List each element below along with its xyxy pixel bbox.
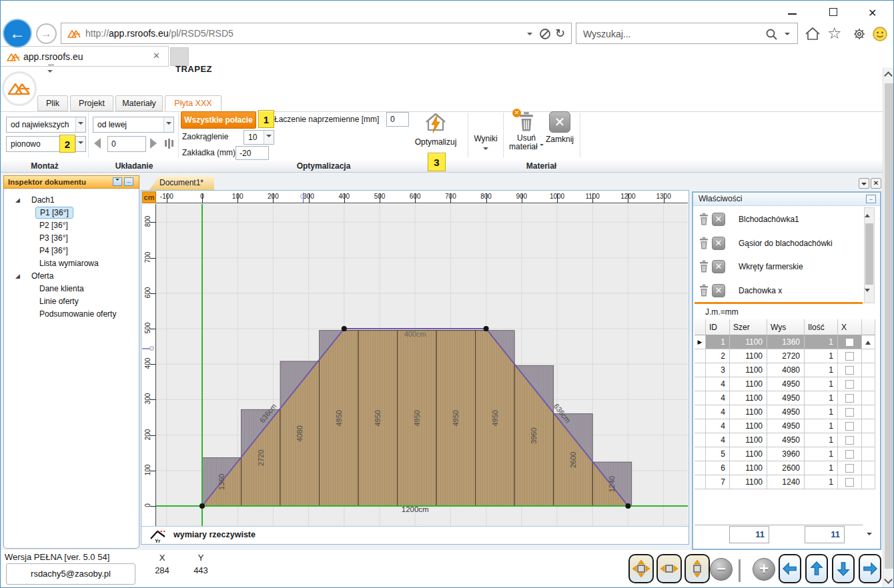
- sort-order-combo[interactable]: od najwiekszych: [6, 117, 86, 133]
- table-row-header[interactable]: [695, 391, 706, 405]
- document-close-button[interactable]: ✕: [871, 178, 881, 189]
- pan-up-button[interactable]: [805, 554, 828, 583]
- back-button[interactable]: ←: [3, 19, 32, 48]
- table-cell[interactable]: 1: [805, 419, 838, 433]
- table-row-header[interactable]: [695, 363, 706, 377]
- table-cell[interactable]: 4: [706, 405, 730, 419]
- tree-item-p2-36-[interactable]: P2 [36°]: [5, 219, 134, 231]
- properties-minimize-button[interactable]: –: [866, 195, 876, 203]
- pan-left-button[interactable]: [779, 554, 801, 583]
- count-box-1[interactable]: 11: [729, 526, 769, 543]
- properties-header[interactable]: Właściwości: [693, 193, 880, 206]
- table-cell[interactable]: 1100: [730, 349, 767, 363]
- table-row-header[interactable]: [695, 461, 706, 475]
- new-tab-button[interactable]: [170, 47, 189, 66]
- ribbon-tab-plik[interactable]: Plik: [37, 95, 68, 111]
- account-box[interactable]: rsdachy5@zasoby.pl: [6, 563, 135, 585]
- row-checkbox[interactable]: [845, 394, 854, 403]
- row-checkbox[interactable]: [845, 422, 854, 431]
- search-icon[interactable]: [765, 28, 778, 41]
- table-cell[interactable]: 1: [805, 447, 838, 461]
- results-button[interactable]: Wyniki: [469, 134, 502, 155]
- tab-close-icon[interactable]: ✕: [153, 51, 160, 61]
- fit-all-button[interactable]: [628, 554, 654, 583]
- table-cell[interactable]: 4950: [767, 405, 805, 419]
- table-cell[interactable]: 1: [805, 461, 838, 475]
- table-row-header[interactable]: [695, 475, 706, 489]
- material-remove-x-button[interactable]: ✕: [712, 260, 725, 273]
- table-cell[interactable]: 4: [706, 433, 730, 447]
- table-cell[interactable]: 1: [805, 405, 838, 419]
- material-delete-button[interactable]: [697, 260, 711, 273]
- table-cell[interactable]: 1: [805, 349, 838, 363]
- table-cell-checkbox[interactable]: [838, 433, 862, 447]
- table-cell[interactable]: 7: [706, 475, 730, 489]
- table-header-ilość[interactable]: Ilość: [805, 319, 838, 335]
- row-checkbox[interactable]: [845, 380, 854, 389]
- all-slopes-button[interactable]: Wszystkie połacie: [181, 111, 256, 129]
- maximize-button[interactable]: [829, 8, 840, 19]
- tree-item-oferta[interactable]: ◢Oferta: [5, 269, 134, 282]
- table-row-header[interactable]: [695, 433, 706, 447]
- table-cell[interactable]: 4950: [767, 391, 805, 405]
- table-cell[interactable]: 1240: [767, 475, 805, 489]
- table-row-header[interactable]: [695, 419, 706, 433]
- settings-gear-icon[interactable]: [851, 25, 868, 43]
- quick-access-caret-icon[interactable]: [47, 65, 55, 71]
- refresh-icon[interactable]: ↻: [555, 26, 565, 41]
- table-cell-checkbox[interactable]: [838, 391, 862, 405]
- fit-height-button[interactable]: [685, 554, 710, 583]
- fit-width-button[interactable]: [656, 554, 682, 583]
- smiley-icon[interactable]: [872, 26, 888, 42]
- row-checkbox[interactable]: [845, 338, 854, 347]
- url-bar[interactable]: http://app.rsroofs.eu/pl/RSD5/RSD5 ↻: [61, 23, 572, 44]
- table-cell[interactable]: 1100: [730, 405, 767, 419]
- table-cell[interactable]: 1: [805, 433, 838, 447]
- shift-right-icon[interactable]: [150, 138, 157, 149]
- table-cell-checkbox[interactable]: [838, 461, 862, 475]
- browser-tab[interactable]: app.rsroofs.eu ✕: [1, 46, 169, 67]
- table-cell[interactable]: 4950: [767, 419, 805, 433]
- table-cell[interactable]: 6: [706, 461, 730, 475]
- tree-item-dane-klienta[interactable]: Dane klienta: [5, 282, 134, 295]
- table-cell[interactable]: 1100: [730, 433, 767, 447]
- table-cell[interactable]: 1: [805, 391, 838, 405]
- zoom-in-button[interactable]: +: [753, 558, 775, 581]
- rounding-combo[interactable]: 10: [244, 130, 274, 145]
- row-checkbox[interactable]: [845, 450, 854, 459]
- forward-button[interactable]: →: [36, 23, 57, 44]
- table-row-header[interactable]: [695, 349, 706, 363]
- document-menu-button[interactable]: [859, 178, 869, 189]
- table-cell-checkbox[interactable]: [838, 377, 862, 391]
- url-dropdown-icon[interactable]: [527, 33, 532, 38]
- material-delete-button[interactable]: [697, 237, 711, 250]
- table-cell-checkbox[interactable]: [838, 419, 862, 433]
- table-header-x[interactable]: X: [838, 319, 862, 335]
- tree-expander-icon[interactable]: ◢: [15, 197, 20, 203]
- material-remove-x-button[interactable]: ✕: [712, 284, 725, 297]
- search-dropdown-icon[interactable]: [785, 33, 790, 38]
- table-cell-checkbox[interactable]: [838, 447, 862, 461]
- table-cell[interactable]: 3960: [767, 447, 805, 461]
- table-cell[interactable]: 3: [706, 363, 730, 377]
- from-side-combo[interactable]: od lewej: [93, 117, 174, 133]
- table-cell[interactable]: 4: [706, 377, 730, 391]
- table-cell[interactable]: 2: [706, 349, 730, 363]
- table-cell[interactable]: 1: [805, 335, 838, 349]
- ribbon-tab-projekt[interactable]: Projekt: [70, 95, 113, 111]
- material-delete-button[interactable]: [697, 213, 711, 226]
- material-delete-button[interactable]: [697, 284, 711, 297]
- table-cell-checkbox[interactable]: [838, 405, 862, 419]
- browser-scrollbar[interactable]: [883, 67, 894, 588]
- material-remove-x-button[interactable]: ✕: [712, 237, 725, 250]
- scroll-up-icon[interactable]: [884, 71, 893, 80]
- inspector-minimize-button[interactable]: –: [124, 177, 133, 186]
- table-cell[interactable]: 1100: [730, 447, 767, 461]
- panel-bars-icon[interactable]: [165, 137, 175, 149]
- table-cell[interactable]: 1360: [767, 335, 805, 349]
- table-cell[interactable]: 5: [706, 447, 730, 461]
- tree-item-p3-36-[interactable]: P3 [36°]: [5, 231, 134, 244]
- tree-item-p4-36-[interactable]: P4 [36°]: [5, 244, 134, 257]
- overlap-input[interactable]: -20: [236, 146, 269, 160]
- inspector-menu-button[interactable]: [113, 177, 122, 186]
